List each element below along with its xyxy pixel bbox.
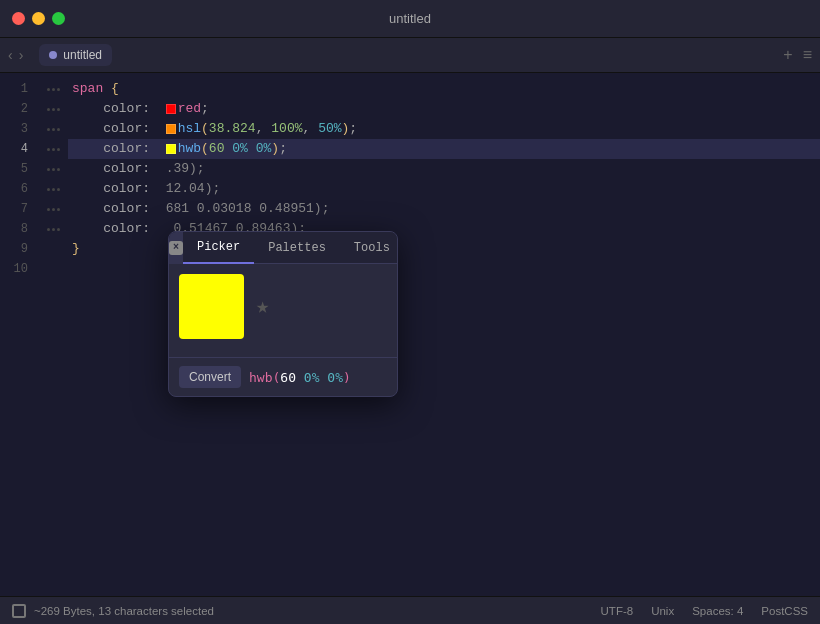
forward-arrow[interactable]: › xyxy=(19,47,24,63)
back-arrow[interactable]: ‹ xyxy=(8,47,13,63)
line-num-5: 5 xyxy=(0,159,28,179)
close-button[interactable] xyxy=(12,12,25,25)
favorite-star-button[interactable]: ★ xyxy=(256,293,269,320)
convert-button[interactable]: Convert xyxy=(179,366,241,388)
tabbar: ‹ › untitled + ≡ xyxy=(0,38,820,73)
language-info[interactable]: PostCSS xyxy=(761,605,808,617)
code-line-7: color: 681 0.03018 0.48951); xyxy=(68,199,820,219)
color-picker-popup: × Picker Palettes Tools ★ Convert xyxy=(168,231,398,397)
statusbar: ~269 Bytes, 13 characters selected UTF-8… xyxy=(0,596,820,624)
line-num-4: 4 xyxy=(0,139,28,159)
line-num-3: 3 xyxy=(0,119,28,139)
menu-button[interactable]: ≡ xyxy=(803,46,812,64)
line-numbers: 1 2 3 4 5 6 7 8 9 10 xyxy=(0,73,38,596)
tab-dot xyxy=(49,51,57,59)
hwb-value-display: hwb(60 0% 0%) xyxy=(249,370,351,385)
line-num-2: 2 xyxy=(0,99,28,119)
tab-untitled[interactable]: untitled xyxy=(39,44,112,66)
color-preview-box xyxy=(179,274,244,339)
line-num-10: 10 xyxy=(0,259,28,279)
hwb-func: hwb( xyxy=(249,370,280,385)
tab-actions: + ≡ xyxy=(783,46,812,64)
popup-footer: Convert hwb(60 0% 0%) xyxy=(169,357,397,396)
minimize-button[interactable] xyxy=(32,12,45,25)
nav-arrows: ‹ › xyxy=(8,47,23,63)
hwb-white: 0% xyxy=(304,370,320,385)
close-x-icon: × xyxy=(169,241,183,255)
code-line-3: color: hsl(38.824, 100%, 50%); xyxy=(68,119,820,139)
line-num-6: 6 xyxy=(0,179,28,199)
tab-tools[interactable]: Tools xyxy=(340,232,398,264)
hwb-hue: 60 xyxy=(280,370,296,385)
code-line-2: color: red; xyxy=(68,99,820,119)
editor: 1 2 3 4 5 6 7 8 9 10 span { color: red; … xyxy=(0,73,820,596)
gutter xyxy=(38,73,68,596)
hwb-close: ) xyxy=(343,370,351,385)
window-title: untitled xyxy=(389,11,431,26)
bytes-info: ~269 Bytes, 13 characters selected xyxy=(34,605,214,617)
popup-tabs: Picker Palettes Tools xyxy=(183,232,398,264)
color-preview-area: ★ xyxy=(179,274,387,339)
line-num-9: 9 xyxy=(0,239,28,259)
encoding-info[interactable]: UTF-8 xyxy=(601,605,634,617)
line-num-1: 1 xyxy=(0,79,28,99)
code-line-4: color: hwb(60 0% 0%); xyxy=(68,139,820,159)
code-line-5: color: .39); xyxy=(68,159,820,179)
add-tab-button[interactable]: + xyxy=(783,46,792,64)
code-line-6: color: 12.04); xyxy=(68,179,820,199)
maximize-button[interactable] xyxy=(52,12,65,25)
code-line-1: span { xyxy=(68,79,820,99)
line-ending-info[interactable]: Unix xyxy=(651,605,674,617)
tab-label: untitled xyxy=(63,48,102,62)
popup-body: ★ xyxy=(169,264,397,357)
line-num-8: 8 xyxy=(0,219,28,239)
popup-close-button[interactable]: × xyxy=(169,232,183,264)
spaces-info[interactable]: Spaces: 4 xyxy=(692,605,743,617)
window-controls xyxy=(12,12,65,25)
popup-header: × Picker Palettes Tools xyxy=(169,232,397,264)
tab-picker[interactable]: Picker xyxy=(183,232,254,264)
status-icon xyxy=(12,604,26,618)
line-num-7: 7 xyxy=(0,199,28,219)
statusbar-right: UTF-8 Unix Spaces: 4 PostCSS xyxy=(601,605,808,617)
statusbar-left: ~269 Bytes, 13 characters selected xyxy=(12,604,595,618)
titlebar: untitled xyxy=(0,0,820,38)
hwb-black: 0% xyxy=(327,370,343,385)
tab-palettes[interactable]: Palettes xyxy=(254,232,340,264)
